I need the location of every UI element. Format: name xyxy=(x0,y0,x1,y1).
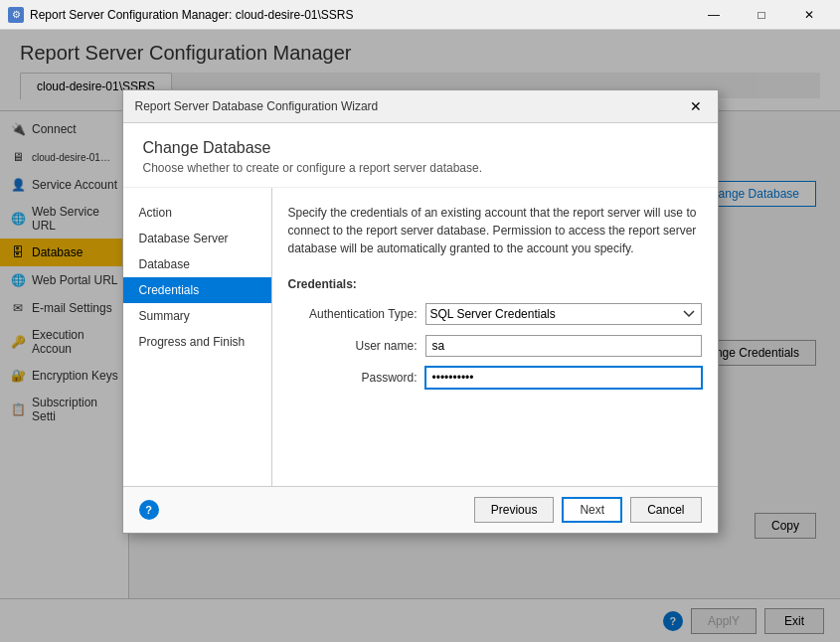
wizard-modal: Report Server Database Configuration Wiz… xyxy=(122,89,719,534)
modal-title: Report Server Database Configuration Wiz… xyxy=(135,99,379,113)
wizard-content: Specify the credentials of an existing a… xyxy=(272,188,718,486)
credentials-label: Credentials: xyxy=(288,277,702,291)
wizard-steps: Action Database Server Database Credenti… xyxy=(123,188,272,486)
modal-close-button[interactable]: ✕ xyxy=(686,96,706,116)
modal-help-icon[interactable]: ? xyxy=(139,500,159,520)
maximize-button[interactable]: □ xyxy=(739,0,784,30)
previous-button[interactable]: Previous xyxy=(474,497,555,523)
modal-titlebar: Report Server Database Configuration Wiz… xyxy=(123,90,718,123)
window-title: Report Server Configuration Manager: clo… xyxy=(30,8,354,22)
credentials-section: Credentials: Authentication Type: SQL Se… xyxy=(288,277,702,389)
wizard-description: Specify the credentials of an existing a… xyxy=(288,204,702,257)
minimize-button[interactable]: — xyxy=(691,0,737,30)
password-label: Password: xyxy=(288,371,418,385)
close-button[interactable]: ✕ xyxy=(786,0,832,30)
auth-type-label: Authentication Type: xyxy=(288,307,418,321)
wizard-step-action[interactable]: Action xyxy=(123,200,271,226)
password-input[interactable] xyxy=(425,367,702,389)
wizard-step-summary[interactable]: Summary xyxy=(123,303,271,329)
username-input[interactable] xyxy=(425,335,702,357)
cancel-button[interactable]: Cancel xyxy=(630,497,701,523)
username-label: User name: xyxy=(288,339,418,353)
wizard-step-database[interactable]: Database xyxy=(123,251,271,277)
modal-subheading: Choose whether to create or configure a … xyxy=(143,161,698,175)
title-bar: ⚙ Report Server Configuration Manager: c… xyxy=(0,0,840,30)
auth-type-select[interactable]: SQL Server Credentials Windows Credentia… xyxy=(425,303,702,325)
modal-body: Action Database Server Database Credenti… xyxy=(123,188,718,486)
auth-type-row: Authentication Type: SQL Server Credenti… xyxy=(288,303,702,325)
footer-buttons: Previous Next Cancel xyxy=(474,497,702,523)
modal-footer: ? Previous Next Cancel xyxy=(123,486,718,533)
wizard-step-progress[interactable]: Progress and Finish xyxy=(123,329,271,355)
modal-heading: Change Database xyxy=(143,139,698,157)
title-bar-left: ⚙ Report Server Configuration Manager: c… xyxy=(8,7,354,23)
app-icon: ⚙ xyxy=(8,7,24,23)
next-button[interactable]: Next xyxy=(562,497,622,523)
wizard-step-credentials[interactable]: Credentials xyxy=(123,277,271,303)
modal-header: Change Database Choose whether to create… xyxy=(123,123,718,188)
modal-overlay: Report Server Database Configuration Wiz… xyxy=(0,30,840,642)
wizard-step-database-server[interactable]: Database Server xyxy=(123,226,271,251)
username-row: User name: xyxy=(288,335,702,357)
password-row: Password: xyxy=(288,367,702,389)
window-controls: — □ ✕ xyxy=(691,0,832,30)
